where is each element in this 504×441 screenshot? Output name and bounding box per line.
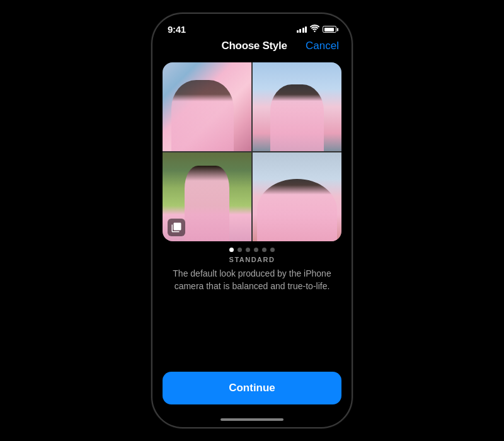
page-dots — [229, 248, 275, 252]
photo-cell-bottom-left[interactable] — [163, 152, 251, 241]
page-title: Choose Style — [221, 40, 287, 52]
dot-5[interactable] — [262, 248, 266, 252]
dynamic-island — [224, 21, 280, 39]
style-description: The default look produced by the iPhone … — [163, 267, 341, 293]
photo-library-icon — [171, 222, 182, 233]
continue-button[interactable]: Continue — [163, 372, 341, 404]
content-area: STANDARD The default look produced by th… — [152, 57, 352, 415]
status-time: 9:41 — [168, 24, 186, 35]
status-icons — [297, 25, 337, 34]
battery-icon — [323, 26, 336, 33]
signal-icon — [297, 26, 307, 33]
phone-frame: 9:41 — [151, 13, 353, 428]
dot-4[interactable] — [254, 248, 258, 252]
dot-2[interactable] — [238, 248, 242, 252]
home-indicator — [152, 415, 352, 427]
dot-1[interactable] — [229, 248, 234, 252]
cancel-button[interactable]: Cancel — [306, 40, 339, 52]
dot-3[interactable] — [246, 248, 250, 252]
library-icon — [168, 219, 185, 236]
phone-screen: 9:41 — [152, 14, 352, 427]
photo-cell-bottom-right[interactable] — [253, 152, 341, 241]
nav-bar: Choose Style Cancel — [152, 37, 352, 57]
style-name: STANDARD — [229, 256, 275, 263]
photo-cell-top-right[interactable] — [253, 62, 341, 151]
wifi-icon — [310, 25, 319, 34]
photo-cell-top-left[interactable] — [163, 62, 251, 151]
photo-grid — [163, 62, 341, 241]
home-bar — [220, 418, 284, 421]
dot-6[interactable] — [270, 248, 275, 252]
